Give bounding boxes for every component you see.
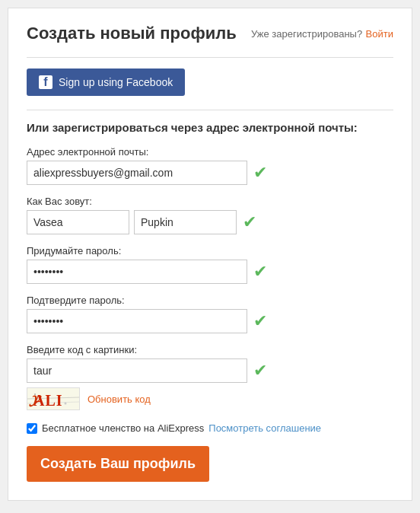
confirm-password-valid-icon: ✔ [253, 311, 267, 331]
name-valid-icon: ✔ [243, 212, 256, 232]
email-row: ✔ [27, 161, 393, 185]
password-row: ✔ [27, 260, 393, 284]
first-name-input[interactable] [27, 210, 129, 234]
captcha-label: Введите код с картинки: [27, 344, 393, 355]
name-inputs [27, 210, 237, 234]
facebook-signup-button[interactable]: f Sign up using Facebook [27, 69, 185, 96]
confirm-password-group: Подтвердите пароль: ✔ [27, 295, 393, 333]
top-divider [27, 57, 393, 58]
captcha-input-row: ✔ [27, 358, 393, 383]
email-group: Адрес электронной почты: ✔ [27, 146, 393, 185]
login-link[interactable]: Войти [366, 28, 393, 40]
captcha-input[interactable] [27, 358, 247, 383]
facebook-icon: f [39, 75, 52, 89]
captcha-valid-icon: ✔ [253, 361, 267, 381]
or-email-label: Или зарегистрироваться через адрес элект… [27, 121, 393, 134]
svg-point-6 [65, 403, 67, 405]
terms-checkbox[interactable] [27, 423, 37, 434]
email-input[interactable] [27, 161, 247, 185]
password-input[interactable] [27, 260, 247, 284]
password-label: Придумайте пароль: [27, 245, 393, 256]
confirm-password-input[interactable] [27, 309, 247, 333]
name-group: Как Вас зовут: ✔ [27, 196, 393, 234]
middle-divider [27, 110, 393, 110]
header: Создать новый профиль Уже зарегистрирова… [27, 24, 393, 43]
captcha-image-row: 𝓨 ALI Обновить код [27, 387, 393, 410]
name-row: ✔ [27, 210, 393, 234]
email-valid-icon: ✔ [253, 163, 267, 183]
confirm-password-row: ✔ [27, 309, 393, 333]
captcha-image: 𝓨 ALI [27, 387, 80, 410]
confirm-password-label: Подтвердите пароль: [27, 295, 393, 306]
refresh-captcha-link[interactable]: Обновить код [88, 394, 151, 405]
already-registered-area: Уже зарегистрированы? Войти [251, 27, 393, 40]
last-name-input[interactable] [134, 210, 237, 234]
page-title: Создать новый профиль [27, 24, 237, 43]
facebook-button-label: Sign up using Facebook [59, 76, 173, 88]
signup-container: Создать новый профиль Уже зарегистрирова… [8, 8, 412, 501]
submit-button[interactable]: Создать Ваш профиль [27, 446, 209, 482]
terms-text: Бесплатное членство на AliExpress [42, 422, 204, 434]
terms-link[interactable]: Посмотреть соглашение [208, 422, 321, 434]
captcha-group: Введите код с картинки: ✔ 𝓨 ALI [27, 344, 393, 410]
already-registered-text: Уже зарегистрированы? [251, 28, 362, 40]
name-label: Как Вас зовут: [27, 196, 393, 207]
password-valid-icon: ✔ [253, 262, 267, 282]
svg-text:ALI: ALI [33, 392, 63, 409]
email-label: Адрес электронной почты: [27, 146, 393, 158]
password-group: Придумайте пароль: ✔ [27, 245, 393, 284]
terms-row: Бесплатное членство на AliExpress Посмот… [27, 422, 393, 434]
svg-point-5 [34, 394, 36, 395]
